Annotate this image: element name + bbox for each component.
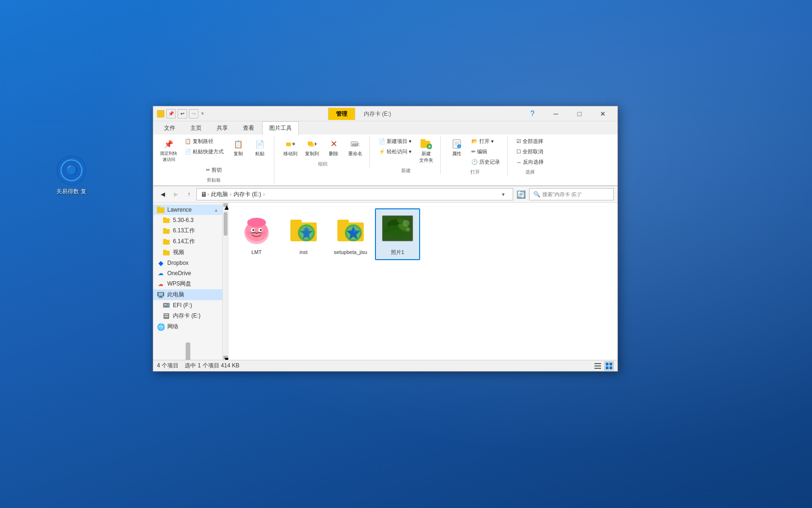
quick-access-btn[interactable]: 📌 [166, 109, 176, 119]
desktop-icon-app[interactable]: 🔵 关易得数 复 [56, 155, 86, 196]
sidebar-item-video[interactable]: 视频 [153, 247, 222, 258]
ribbon-group-select: ☑ 全部选择 ☐ 全部取消 ↔ 反向选择 选择 [513, 136, 551, 175]
lmt-label: LMT [251, 249, 262, 255]
sidebar-item-wps[interactable]: ☁ WPS网盘 [153, 278, 222, 289]
help-btn[interactable]: ? [522, 107, 543, 120]
file-item-setup[interactable]: setupbeta_jisu [328, 208, 373, 260]
delete-btn[interactable]: ✕ 删除 [323, 136, 344, 159]
refresh-btn[interactable]: 🔄 [515, 188, 527, 200]
dropbox-icon: ◆ [157, 259, 164, 267]
svg-rect-34 [164, 304, 167, 305]
sidebar-item-thispc[interactable]: 此电脑 [153, 289, 222, 300]
title-bar-tabs: 管理 内存卡 (E:) [205, 108, 522, 120]
scroll-up-btn[interactable]: ▲ [223, 203, 228, 207]
paste-shortcut-btn[interactable]: 📄 粘贴快捷方式 [181, 147, 227, 157]
properties-btn[interactable]: i 属性 [446, 136, 467, 167]
select-none-icon: ☐ [516, 149, 521, 155]
address-input[interactable]: 🖥 › 此电脑 › 内存卡 (E:) › ▼ [196, 188, 513, 200]
file-item-photo[interactable]: 照片1 [375, 208, 420, 260]
search-input[interactable] [542, 191, 609, 197]
sidebar-item-sdcard[interactable]: 内存卡 (E:) [153, 310, 222, 321]
scroll-down-btn[interactable]: ▼ [223, 356, 228, 359]
search-box[interactable]: 🔍 [529, 188, 614, 200]
move-to-btn[interactable]: 移动到 [280, 136, 301, 159]
sidebar-scrollbar[interactable] [186, 342, 190, 360]
svg-rect-38 [164, 316, 168, 317]
ribbon-tab-view[interactable]: 查看 [236, 121, 261, 135]
network-icon: 🌐 [157, 323, 164, 331]
open-btn[interactable]: 📂 打开 ▾ [468, 136, 503, 146]
sidebar-item-network[interactable]: 🌐 网络 [153, 321, 222, 332]
delete-icon: ✕ [328, 138, 339, 150]
address-home-icon: 🖥 [201, 190, 207, 198]
tab-title: 内存卡 (E:) [356, 108, 399, 120]
app-icon: 🔵 [56, 155, 86, 185]
copy-path-btn[interactable]: 📋 复制路径 [181, 136, 227, 146]
new-label: 新建 [401, 167, 411, 174]
back-btn[interactable]: ◀ [157, 189, 168, 200]
select-none-btn[interactable]: ☐ 全部取消 [513, 147, 547, 157]
svg-rect-72 [606, 363, 609, 365]
sidebar-item-dropbox[interactable]: ◆ Dropbox [153, 258, 222, 268]
svg-rect-71 [594, 368, 601, 369]
up-btn[interactable]: ↑ [183, 189, 195, 200]
copy-btn[interactable]: 📋 复制 [228, 136, 249, 165]
window-icon [157, 110, 164, 118]
maximize-btn[interactable]: □ [569, 107, 590, 120]
expand-icon: ▲ [214, 207, 219, 213]
list-view-btn[interactable] [593, 361, 602, 371]
tab-manage[interactable]: 管理 [328, 108, 355, 120]
svg-rect-22 [163, 217, 166, 219]
close-btn[interactable]: ✕ [592, 107, 614, 120]
sidebar-item-613[interactable]: 6.13工作 [153, 225, 222, 236]
svg-rect-30 [158, 293, 163, 296]
clipboard-buttons: 📌 固定到快速访问 📋 复制路径 📄 粘贴快捷方式 [157, 136, 270, 165]
history-btn[interactable]: 🕐 历史记录 [468, 157, 503, 167]
new-col: 📄 新建项目 ▾ ⚡ 轻松访问 ▾ [375, 136, 415, 166]
cut-btn[interactable]: ✂ 剪切 [203, 165, 225, 175]
ribbon-tab-share[interactable]: 共享 [210, 121, 235, 135]
select-all-btn[interactable]: ☑ 全部选择 [513, 136, 547, 146]
setup-icon [334, 213, 367, 247]
sidebar-item-lawrence[interactable]: Lawrence ▲ [153, 205, 222, 215]
copy-to-btn[interactable]: 复制到 [302, 136, 322, 159]
sidebar-label-dropbox: Dropbox [167, 260, 188, 266]
easy-access-btn[interactable]: ⚡ 轻松访问 ▾ [375, 147, 415, 157]
ribbon-tab-file[interactable]: 文件 [157, 121, 182, 135]
sidebar-item-614[interactable]: 6.14工作 [153, 236, 222, 247]
address-dropdown-btn[interactable]: ▼ [498, 189, 509, 200]
pin-btn[interactable]: 📌 固定到快速访问 [157, 136, 180, 165]
forward-btn[interactable]: ▶ [170, 189, 181, 200]
rename-btn[interactable]: ABC 重命名 [345, 136, 366, 159]
edit-btn[interactable]: ✏ 编辑 [468, 147, 503, 157]
sidebar: Lawrence ▲ 5.30-6.3 [153, 203, 223, 360]
new-folder-label: 新建文件夹 [419, 151, 433, 164]
sidebar-scrollbar-track[interactable]: ▲ ▼ [223, 203, 228, 360]
svg-rect-75 [609, 366, 612, 369]
scroll-thumb[interactable] [224, 212, 227, 236]
undo-btn[interactable]: ↩ [178, 109, 187, 119]
sidebar-label-wps: WPS网盘 [167, 280, 191, 288]
minimize-btn[interactable]: ─ [545, 107, 567, 120]
file-item-inst[interactable]: inst [281, 208, 326, 260]
ribbon-tab-picture[interactable]: 图片工具 [262, 121, 299, 135]
address-crumb-pc[interactable]: 此电脑 [209, 190, 230, 199]
sidebar-item-onedrive[interactable]: ☁ OneDrive [153, 268, 222, 278]
details-view-btn[interactable] [604, 361, 614, 371]
redo-btn[interactable]: ↪ [189, 109, 198, 119]
address-crumb-drive[interactable]: 内存卡 (E:) [232, 190, 263, 199]
svg-rect-69 [594, 363, 601, 364]
new-item-btn[interactable]: 📄 新建项目 ▾ [375, 136, 415, 146]
file-item-lmt[interactable]: LMT [234, 208, 279, 260]
new-folder-btn[interactable]: + 新建文件夹 [416, 136, 437, 166]
ribbon-tab-home[interactable]: 主页 [183, 121, 209, 135]
view-controls [593, 361, 614, 371]
sidebar-item-530[interactable]: 5.30-6.3 [153, 215, 222, 225]
invert-select-btn[interactable]: ↔ 反向选择 [513, 157, 547, 167]
sidebar-item-efi[interactable]: EFI (F:) [153, 300, 222, 310]
svg-point-44 [252, 229, 254, 231]
paste-btn[interactable]: 📄 粘贴 [250, 136, 270, 165]
folder-icon-614 [163, 238, 170, 246]
svg-point-41 [247, 218, 266, 227]
easy-access-label: 轻松访问 ▾ [387, 148, 412, 155]
